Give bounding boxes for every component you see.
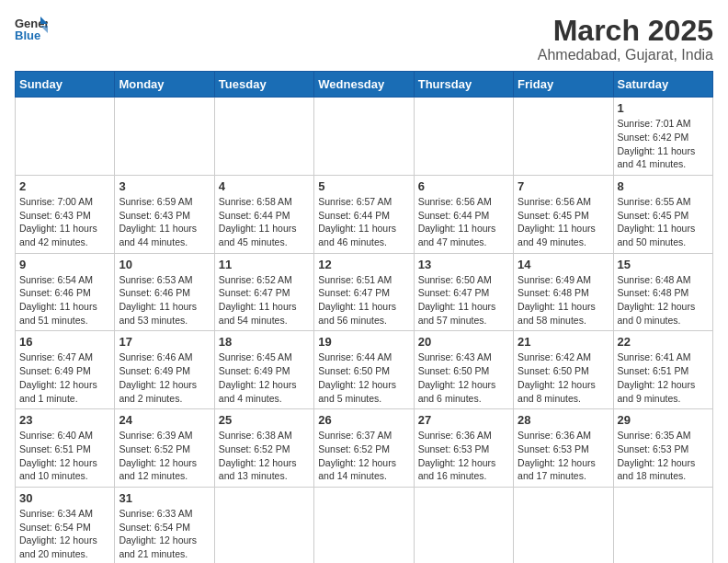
day-number: 3 bbox=[119, 179, 210, 193]
day-info: Sunrise: 6:54 AM Sunset: 6:46 PM Dayligh… bbox=[19, 273, 110, 327]
calendar-day-cell: 15Sunrise: 6:48 AM Sunset: 6:48 PM Dayli… bbox=[613, 253, 712, 331]
day-number: 18 bbox=[219, 335, 310, 349]
weekday-header-tuesday: Tuesday bbox=[214, 72, 313, 98]
calendar-header-row: SundayMondayTuesdayWednesdayThursdayFrid… bbox=[16, 72, 713, 98]
day-number: 20 bbox=[418, 335, 509, 349]
day-info: Sunrise: 7:00 AM Sunset: 6:43 PM Dayligh… bbox=[19, 195, 110, 249]
day-number: 10 bbox=[119, 258, 210, 271]
calendar-day-cell: 14Sunrise: 6:49 AM Sunset: 6:48 PM Dayli… bbox=[514, 253, 613, 331]
day-info: Sunrise: 6:38 AM Sunset: 6:52 PM Dayligh… bbox=[219, 429, 310, 483]
calendar-table: SundayMondayTuesdayWednesdayThursdayFrid… bbox=[15, 71, 713, 563]
day-number: 21 bbox=[518, 335, 609, 349]
calendar-day-cell: 25Sunrise: 6:38 AM Sunset: 6:52 PM Dayli… bbox=[214, 409, 313, 488]
calendar-day-cell: 17Sunrise: 6:46 AM Sunset: 6:49 PM Dayli… bbox=[115, 331, 214, 409]
logo: General Blue bbox=[15, 15, 48, 42]
weekday-header-friday: Friday bbox=[514, 72, 613, 98]
calendar-day-cell: 29Sunrise: 6:35 AM Sunset: 6:53 PM Dayli… bbox=[613, 409, 712, 488]
calendar-day-cell bbox=[414, 98, 513, 176]
calendar-day-cell: 30Sunrise: 6:34 AM Sunset: 6:54 PM Dayli… bbox=[16, 487, 115, 563]
day-info: Sunrise: 6:56 AM Sunset: 6:45 PM Dayligh… bbox=[518, 195, 609, 249]
day-number: 24 bbox=[119, 413, 210, 427]
calendar-day-cell: 27Sunrise: 6:36 AM Sunset: 6:53 PM Dayli… bbox=[414, 409, 513, 488]
day-info: Sunrise: 7:01 AM Sunset: 6:42 PM Dayligh… bbox=[618, 117, 709, 171]
day-info: Sunrise: 6:49 AM Sunset: 6:48 PM Dayligh… bbox=[518, 273, 609, 327]
calendar-day-cell bbox=[214, 487, 313, 563]
page-header: General Blue March 2025 Ahmedabad, Gujar… bbox=[15, 15, 713, 63]
day-info: Sunrise: 6:46 AM Sunset: 6:49 PM Dayligh… bbox=[119, 350, 210, 405]
calendar-day-cell: 13Sunrise: 6:50 AM Sunset: 6:47 PM Dayli… bbox=[414, 253, 513, 331]
weekday-header-sunday: Sunday bbox=[16, 72, 115, 98]
day-number: 8 bbox=[618, 179, 709, 193]
calendar-day-cell: 20Sunrise: 6:43 AM Sunset: 6:50 PM Dayli… bbox=[414, 331, 513, 409]
calendar-day-cell bbox=[115, 98, 214, 176]
day-info: Sunrise: 6:45 AM Sunset: 6:49 PM Dayligh… bbox=[219, 350, 310, 405]
calendar-week-row: 9Sunrise: 6:54 AM Sunset: 6:46 PM Daylig… bbox=[16, 253, 713, 331]
day-info: Sunrise: 6:53 AM Sunset: 6:46 PM Dayligh… bbox=[119, 273, 210, 327]
location-title: Ahmedabad, Gujarat, India bbox=[538, 47, 713, 63]
day-info: Sunrise: 6:47 AM Sunset: 6:49 PM Dayligh… bbox=[19, 350, 110, 405]
day-number: 31 bbox=[119, 491, 210, 505]
calendar-title-area: March 2025 Ahmedabad, Gujarat, India bbox=[538, 15, 713, 63]
calendar-day-cell: 4Sunrise: 6:58 AM Sunset: 6:44 PM Daylig… bbox=[214, 175, 313, 253]
day-number: 19 bbox=[318, 335, 409, 349]
day-number: 29 bbox=[618, 413, 709, 427]
day-info: Sunrise: 6:48 AM Sunset: 6:48 PM Dayligh… bbox=[618, 273, 709, 327]
calendar-day-cell: 10Sunrise: 6:53 AM Sunset: 6:46 PM Dayli… bbox=[115, 253, 214, 331]
calendar-day-cell: 7Sunrise: 6:56 AM Sunset: 6:45 PM Daylig… bbox=[514, 175, 613, 253]
day-info: Sunrise: 6:51 AM Sunset: 6:47 PM Dayligh… bbox=[318, 273, 409, 327]
day-info: Sunrise: 6:42 AM Sunset: 6:50 PM Dayligh… bbox=[518, 350, 609, 405]
day-number: 15 bbox=[618, 258, 709, 271]
calendar-day-cell: 26Sunrise: 6:37 AM Sunset: 6:52 PM Dayli… bbox=[314, 409, 414, 488]
weekday-header-wednesday: Wednesday bbox=[314, 72, 414, 98]
day-info: Sunrise: 6:34 AM Sunset: 6:54 PM Dayligh… bbox=[19, 507, 110, 561]
calendar-day-cell bbox=[214, 98, 313, 176]
day-number: 25 bbox=[219, 413, 310, 427]
day-info: Sunrise: 6:55 AM Sunset: 6:45 PM Dayligh… bbox=[618, 195, 709, 249]
weekday-header-monday: Monday bbox=[115, 72, 214, 98]
day-info: Sunrise: 6:56 AM Sunset: 6:44 PM Dayligh… bbox=[418, 195, 509, 249]
calendar-day-cell: 22Sunrise: 6:41 AM Sunset: 6:51 PM Dayli… bbox=[613, 331, 712, 409]
calendar-week-row: 16Sunrise: 6:47 AM Sunset: 6:49 PM Dayli… bbox=[16, 331, 713, 409]
calendar-day-cell: 28Sunrise: 6:36 AM Sunset: 6:53 PM Dayli… bbox=[514, 409, 613, 488]
month-title: March 2025 bbox=[538, 15, 713, 47]
calendar-day-cell: 19Sunrise: 6:44 AM Sunset: 6:50 PM Dayli… bbox=[314, 331, 414, 409]
calendar-day-cell: 5Sunrise: 6:57 AM Sunset: 6:44 PM Daylig… bbox=[314, 175, 414, 253]
calendar-day-cell: 9Sunrise: 6:54 AM Sunset: 6:46 PM Daylig… bbox=[16, 253, 115, 331]
day-number: 28 bbox=[518, 413, 609, 427]
calendar-day-cell bbox=[613, 487, 712, 563]
calendar-day-cell bbox=[16, 98, 115, 176]
day-info: Sunrise: 6:35 AM Sunset: 6:53 PM Dayligh… bbox=[618, 429, 709, 483]
calendar-week-row: 2Sunrise: 7:00 AM Sunset: 6:43 PM Daylig… bbox=[16, 175, 713, 253]
weekday-header-saturday: Saturday bbox=[613, 72, 712, 98]
calendar-week-row: 1Sunrise: 7:01 AM Sunset: 6:42 PM Daylig… bbox=[16, 98, 713, 176]
calendar-day-cell bbox=[314, 98, 414, 176]
logo-icon: General Blue bbox=[15, 15, 48, 42]
day-number: 7 bbox=[518, 179, 609, 193]
day-number: 26 bbox=[318, 413, 409, 427]
day-info: Sunrise: 6:43 AM Sunset: 6:50 PM Dayligh… bbox=[418, 350, 509, 405]
day-number: 14 bbox=[518, 258, 609, 271]
calendar-day-cell bbox=[414, 487, 513, 563]
day-number: 11 bbox=[219, 258, 310, 271]
day-number: 22 bbox=[618, 335, 709, 349]
day-info: Sunrise: 6:33 AM Sunset: 6:54 PM Dayligh… bbox=[119, 507, 210, 561]
day-number: 16 bbox=[19, 335, 110, 349]
calendar-day-cell: 21Sunrise: 6:42 AM Sunset: 6:50 PM Dayli… bbox=[514, 331, 613, 409]
day-number: 2 bbox=[19, 179, 110, 193]
calendar-week-row: 23Sunrise: 6:40 AM Sunset: 6:51 PM Dayli… bbox=[16, 409, 713, 488]
calendar-day-cell: 23Sunrise: 6:40 AM Sunset: 6:51 PM Dayli… bbox=[16, 409, 115, 488]
day-info: Sunrise: 6:58 AM Sunset: 6:44 PM Dayligh… bbox=[219, 195, 310, 249]
calendar-day-cell bbox=[514, 98, 613, 176]
svg-text:Blue: Blue bbox=[15, 29, 40, 42]
calendar-week-row: 30Sunrise: 6:34 AM Sunset: 6:54 PM Dayli… bbox=[16, 487, 713, 563]
day-info: Sunrise: 6:36 AM Sunset: 6:53 PM Dayligh… bbox=[418, 429, 509, 483]
day-number: 1 bbox=[618, 101, 709, 115]
day-info: Sunrise: 6:52 AM Sunset: 6:47 PM Dayligh… bbox=[219, 273, 310, 327]
day-number: 23 bbox=[19, 413, 110, 427]
day-info: Sunrise: 6:39 AM Sunset: 6:52 PM Dayligh… bbox=[119, 429, 210, 483]
calendar-day-cell: 6Sunrise: 6:56 AM Sunset: 6:44 PM Daylig… bbox=[414, 175, 513, 253]
day-number: 13 bbox=[418, 258, 509, 271]
calendar-day-cell: 1Sunrise: 7:01 AM Sunset: 6:42 PM Daylig… bbox=[613, 98, 712, 176]
day-number: 12 bbox=[318, 258, 409, 271]
calendar-day-cell bbox=[314, 487, 414, 563]
